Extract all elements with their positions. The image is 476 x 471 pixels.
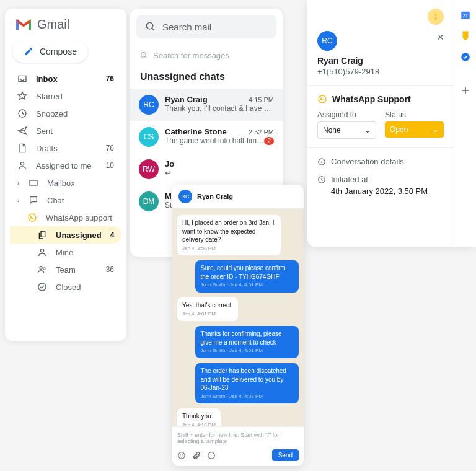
initiated-at-value: 4th January 2022, 3:50 PM (317, 187, 444, 196)
chat-item-catherine-stone[interactable]: CS Catherine Stone2:52 PM The game went … (130, 121, 283, 153)
close-icon[interactable]: × (437, 31, 444, 44)
compose-button[interactable]: Compose (12, 40, 88, 63)
svg-point-1 (20, 162, 24, 165)
search-messages-input[interactable]: Search for messages (130, 45, 283, 66)
conversation-panel: RC Ryan Craig Hi, I placed an order on 3… (172, 185, 304, 466)
conversation-input-area: Shift + enter for new line. Start with "… (172, 426, 304, 466)
app-rail: 31 (454, 0, 476, 247)
avatar: DM (139, 191, 159, 211)
pencil-icon (24, 46, 33, 56)
gmail-sidebar: Gmail Compose Inbox 76 Starred Snoozed S… (5, 9, 126, 341)
sidebar-item-assigned-to-me[interactable]: Assigned to me 10 (10, 157, 121, 174)
send-icon (17, 126, 27, 136)
search-icon (145, 21, 156, 32)
assigned-to-select[interactable]: None⌄ (317, 121, 376, 139)
contact-name: Ryan Craig (317, 56, 444, 66)
message-input[interactable]: Shift + enter for new line. Start with "… (177, 432, 299, 449)
chat-bubble-icon (29, 195, 38, 205)
hiver-icon[interactable] (428, 9, 444, 25)
sidebar-item-mailbox[interactable]: › Mailbox (10, 174, 121, 191)
message-incoming: Hi, I placed an order on 3rd Jan. I want… (177, 215, 281, 255)
tasks-icon[interactable] (459, 51, 472, 63)
whatsapp-icon[interactable] (207, 451, 216, 460)
sidebar-item-sent[interactable]: Sent (10, 122, 121, 139)
svg-point-9 (141, 53, 146, 58)
avatar: RW (139, 159, 159, 179)
check-circle-icon (37, 282, 47, 292)
chevron-down-icon: ⌄ (433, 125, 439, 134)
add-icon[interactable] (459, 84, 472, 97)
svg-text:31: 31 (463, 14, 468, 18)
avatar: RC (178, 190, 192, 203)
avatar: CS (139, 127, 159, 147)
details-panel: RC × Ryan Craig +1(510)579-2918 WhatsApp… (307, 0, 476, 247)
initiated-at-label: Initiated at (317, 175, 444, 184)
chat-item-jo[interactable]: RW Jo ↩ (130, 153, 283, 185)
svg-point-4 (40, 249, 43, 252)
sidebar-item-unassigned[interactable]: Unassigned 4 (10, 226, 121, 244)
sidebar-item-closed[interactable]: Closed (10, 278, 121, 296)
sidebar-item-whatsapp-support[interactable]: WhatsApp support (10, 209, 121, 226)
whatsapp-icon (27, 213, 37, 222)
search-mail-input[interactable]: Search mail (136, 15, 276, 38)
avatar: RC (317, 31, 337, 51)
whatsapp-icon (317, 94, 327, 104)
compose-label: Compose (40, 46, 77, 56)
sidebar-item-inbox[interactable]: Inbox 76 (10, 70, 121, 87)
message-outgoing: The order has been dispatched and will b… (195, 363, 299, 403)
message-incoming: Thank you.Jan 4, 4:10 PM (177, 408, 221, 426)
message-outgoing: Sure, could you please confirm the order… (195, 260, 299, 293)
conversation-messages: Hi, I placed an order on 3rd Jan. I want… (172, 209, 304, 426)
conversation-contact-name: Ryan Craig (197, 193, 233, 200)
chat-item-ryan-craig[interactable]: RC Ryan Craig4:15 PM Thank you. I'll con… (130, 89, 283, 121)
chevron-right-icon: › (17, 180, 24, 187)
contact-phone: +1(510)579-2918 (317, 67, 444, 76)
emoji-icon[interactable] (177, 451, 186, 460)
sidebar-item-drafts[interactable]: Drafts 76 (10, 139, 121, 157)
sidebar-item-chat[interactable]: › Chat (10, 191, 121, 209)
svg-point-3 (29, 214, 36, 221)
message-outgoing: Thanks for confirming, please give me a … (195, 326, 299, 358)
info-icon (317, 157, 326, 166)
conversation-header: RC Ryan Craig (172, 185, 304, 209)
gmail-logo: Gmail (10, 17, 121, 40)
sidebar-item-team[interactable]: Team 36 (10, 261, 121, 278)
assigned-to-label: Assigned to (317, 110, 376, 119)
avatar: RC (139, 95, 159, 115)
svg-point-10 (178, 452, 185, 459)
clock-icon (17, 108, 27, 118)
whatsapp-support-heading: WhatsApp Support (317, 94, 444, 104)
clock-icon (317, 175, 326, 184)
status-select[interactable]: Open⌄ (385, 121, 444, 138)
mailbox-icon (29, 178, 38, 188)
message-incoming: Yes, that's correct.Jan 4, 4:01 PM (177, 297, 238, 321)
attachment-icon[interactable] (192, 451, 201, 460)
sidebar-item-snoozed[interactable]: Snoozed (10, 105, 121, 122)
sidebar-item-starred[interactable]: Starred (10, 87, 121, 105)
star-icon (17, 91, 27, 101)
person-icon (17, 161, 27, 170)
chevron-right-icon: › (17, 197, 24, 204)
svg-point-8 (146, 22, 153, 29)
gmail-brand-text: Gmail (37, 17, 69, 32)
svg-point-7 (38, 283, 46, 291)
sidebar-item-mine[interactable]: Mine (10, 244, 121, 261)
send-button[interactable]: Send (272, 449, 299, 461)
chevron-down-icon: ⌄ (364, 126, 371, 134)
team-icon (37, 265, 47, 275)
calendar-icon[interactable]: 31 (459, 9, 472, 21)
unassigned-chats-title: Unassigned chats (130, 66, 283, 89)
svg-rect-2 (30, 180, 37, 185)
gmail-m-icon (15, 18, 32, 32)
svg-point-19 (461, 53, 470, 61)
svg-point-13 (208, 452, 215, 459)
svg-point-5 (40, 266, 42, 269)
svg-point-12 (182, 454, 183, 455)
person-icon (37, 247, 47, 257)
keep-icon[interactable] (459, 30, 472, 42)
svg-point-14 (319, 95, 326, 103)
conversation-details-heading: Conversation details (317, 157, 444, 166)
unassigned-icon (37, 230, 47, 240)
status-label: Status (385, 110, 444, 119)
document-icon (17, 143, 27, 153)
